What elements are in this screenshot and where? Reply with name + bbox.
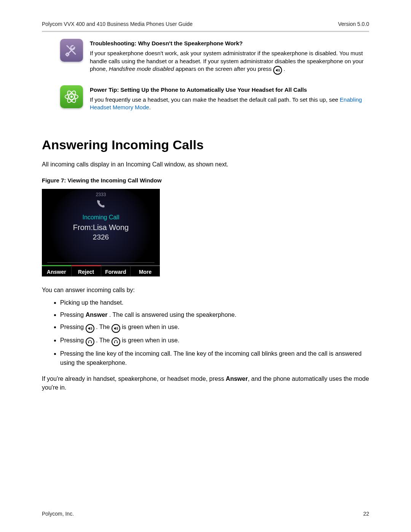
bullet-text: is green when in use.	[122, 337, 179, 343]
speakerphone-icon	[86, 324, 94, 333]
list-item: Pressing Answer . The call is answered u…	[60, 310, 369, 320]
svg-rect-5	[88, 342, 89, 343]
power-tip-body: Power Tip: Setting Up the Phone to Autom…	[90, 85, 369, 112]
troubleshooting-callout: Troubleshooting: Why Doesn't the Speaker…	[42, 39, 369, 75]
bullet-text: . The call is answered using the speaker…	[109, 312, 236, 318]
figure-caption: Figure 7: Viewing the Incoming Call Wind…	[42, 177, 369, 184]
softkey-reject[interactable]: Reject	[72, 265, 101, 276]
phone-screenshot: 2333 Incoming Call From:Lisa Wong 2326 A…	[42, 189, 160, 276]
list-item: Pressing . The is green when in use.	[60, 323, 369, 333]
svg-rect-8	[117, 342, 118, 343]
closing-a: If you're already in handset, speakerpho…	[42, 375, 226, 382]
doc-title: Polycom VVX 400 and 410 Business Media P…	[42, 21, 193, 27]
troubleshooting-body: Troubleshooting: Why Doesn't the Speaker…	[90, 39, 369, 75]
speakerphone-icon	[273, 66, 282, 75]
handset-icon	[96, 199, 106, 210]
power-tip-title: Power Tip: Setting Up the Phone to Autom…	[90, 86, 369, 94]
softkey-forward[interactable]: Forward	[101, 265, 131, 276]
list-item: Picking up the handset.	[60, 298, 369, 307]
bullet-list: Picking up the handset. Pressing Answer …	[42, 298, 369, 367]
bullet-text: Pressing	[60, 324, 86, 330]
bullet-text: Pressing	[60, 337, 86, 343]
bullet-text: . The	[96, 337, 112, 343]
answer-bold: Answer	[86, 312, 108, 318]
softkey-answer[interactable]: Answer	[42, 265, 72, 276]
closing-text: If you're already in handset, speakerpho…	[42, 374, 369, 392]
after-figure-text: You can answer incoming calls by:	[42, 286, 369, 294]
troubleshooting-text-c: .	[284, 66, 285, 72]
svg-rect-7	[114, 342, 115, 343]
bullet-text: . The	[96, 324, 112, 330]
headset-icon	[112, 337, 120, 346]
intro-text: All incoming calls display in an Incomin…	[42, 160, 369, 169]
svg-point-4	[70, 96, 73, 98]
headset-icon	[86, 337, 94, 346]
atom-icon	[60, 85, 83, 108]
phone-top-number: 2333	[96, 192, 106, 197]
version-label: Version 5.0.0	[338, 21, 369, 27]
softkey-row: Answer Reject Forward More	[42, 265, 160, 276]
tools-icon	[60, 39, 83, 62]
bullet-text: is green when in use.	[122, 324, 179, 330]
power-tip-callout: Power Tip: Setting Up the Phone to Autom…	[42, 85, 369, 112]
header-divider	[42, 31, 369, 32]
list-item: Pressing the line key of the incoming ca…	[60, 349, 369, 367]
speakerphone-icon	[112, 324, 120, 333]
power-tip-text-after: .	[149, 104, 151, 110]
page-footer: Polycom, Inc. 22	[42, 511, 369, 517]
section-heading: Answering Incoming Calls	[42, 137, 369, 152]
caller-number: 2326	[42, 233, 160, 241]
page: Polycom VVX 400 and 410 Business Media P…	[0, 0, 411, 532]
power-tip-text: If you frequently use a headset, you can…	[90, 96, 340, 103]
troubleshooting-italic: Handsfree mode disabled	[109, 66, 174, 72]
phone-divider	[47, 262, 155, 263]
incoming-call-label: Incoming Call	[42, 214, 160, 221]
bullet-text: Pressing	[60, 312, 86, 318]
svg-rect-6	[91, 342, 92, 343]
troubleshooting-text-b: appears on the screen after you press	[175, 66, 273, 72]
page-header: Polycom VVX 400 and 410 Business Media P…	[42, 21, 369, 27]
from-line: From:Lisa Wong	[42, 223, 160, 232]
softkey-more[interactable]: More	[131, 265, 160, 276]
list-item: Pressing . The is green when in use.	[60, 336, 369, 346]
page-number: 22	[363, 511, 369, 517]
footer-company: Polycom, Inc.	[42, 511, 74, 517]
troubleshooting-title: Troubleshooting: Why Doesn't the Speaker…	[90, 40, 369, 47]
answer-bold: Answer	[226, 375, 248, 382]
